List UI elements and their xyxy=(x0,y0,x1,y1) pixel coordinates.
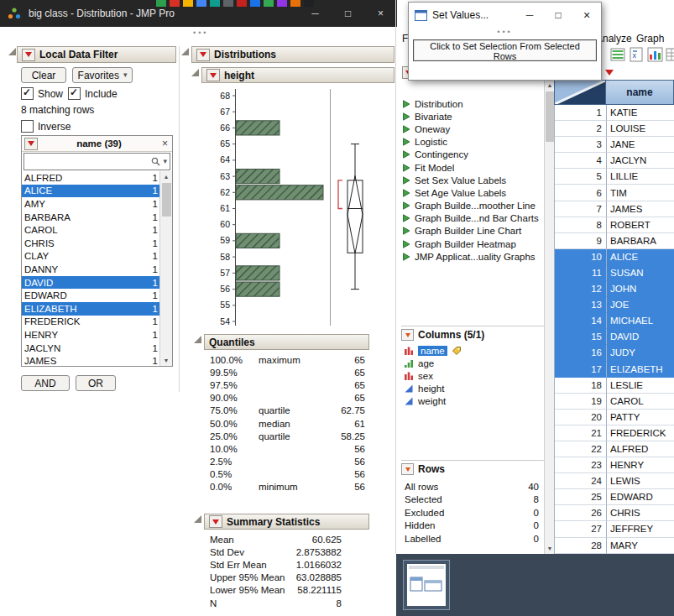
scroll-up-icon[interactable]: ▲ xyxy=(161,171,172,182)
row-number-cell[interactable]: 20 xyxy=(555,410,607,425)
filter-name-row[interactable]: DAVID1 xyxy=(22,276,159,290)
name-cell[interactable]: BARBARA xyxy=(607,233,674,249)
column-item[interactable]: height xyxy=(404,382,541,394)
row-number-cell[interactable]: 7 xyxy=(555,201,607,217)
column-item[interactable]: age xyxy=(404,357,541,369)
filter-name-row[interactable]: BARBARA1 xyxy=(22,211,159,224)
columns-panel-header[interactable]: Columns (5/1) xyxy=(401,328,484,342)
table-script-item[interactable]: Set Age Value Labels xyxy=(402,186,543,199)
name-cell[interactable]: CHRIS xyxy=(607,505,674,521)
table-row[interactable]: 18LESLIE xyxy=(555,378,674,394)
table-row[interactable]: 28MARY xyxy=(555,538,674,554)
name-cell[interactable]: KATIE xyxy=(607,105,674,121)
collapse-triangle-height[interactable] xyxy=(191,69,199,76)
filter-name-row[interactable]: JAMES1 xyxy=(22,354,159,366)
filter-name-row[interactable]: HENRY1 xyxy=(22,328,159,342)
close-button[interactable]: × xyxy=(364,0,397,27)
filter-list-scrollbar[interactable]: ▲ ▼ xyxy=(159,171,172,366)
search-options-icon[interactable]: ▾ xyxy=(163,158,167,165)
row-number-cell[interactable]: 22 xyxy=(555,441,607,457)
histogram-bar[interactable] xyxy=(236,233,280,248)
table-script-item[interactable]: Graph Builde...nd Bar Charts xyxy=(402,212,543,225)
row-number-cell[interactable]: 27 xyxy=(555,521,607,537)
name-cell[interactable]: JACLYN xyxy=(607,153,674,169)
table-row[interactable]: 6TIM xyxy=(555,185,674,201)
name-cell[interactable]: JUDY xyxy=(607,345,674,361)
row-number-cell[interactable]: 12 xyxy=(555,281,607,297)
name-cell[interactable]: CAROL xyxy=(607,394,674,410)
row-number-cell[interactable]: 26 xyxy=(555,505,607,521)
name-cell[interactable]: LOUISE xyxy=(607,121,674,137)
dialog-maximize-button[interactable]: □ xyxy=(544,3,572,28)
red-triangle-menu-filter[interactable] xyxy=(22,49,35,61)
rows-panel-header[interactable]: Rows xyxy=(401,462,445,476)
row-number-cell[interactable]: 21 xyxy=(555,425,607,441)
row-number-cell[interactable]: 24 xyxy=(555,473,607,489)
menu-overflow-dots[interactable]: ••• xyxy=(193,29,208,37)
table-row[interactable]: 1KATIE xyxy=(555,105,674,121)
name-cell[interactable]: ELIZABETH xyxy=(607,362,674,378)
row-number-cell[interactable]: 16 xyxy=(555,345,607,361)
toolbar-summary-stats-icon[interactable]: x xyxy=(629,47,645,62)
columns-menu-red-triangle-icon[interactable] xyxy=(605,70,614,76)
histogram-bar[interactable] xyxy=(236,266,280,280)
box-plot[interactable] xyxy=(347,144,363,290)
table-row[interactable]: 13JOE xyxy=(555,297,674,313)
row-number-cell[interactable]: 13 xyxy=(555,297,607,313)
histogram-bar[interactable] xyxy=(236,282,280,296)
row-number-cell[interactable]: 3 xyxy=(555,137,607,153)
histogram-bar[interactable] xyxy=(236,121,280,135)
table-row[interactable]: 27JEFFREY xyxy=(555,521,674,537)
column-item[interactable]: name xyxy=(404,344,541,357)
and-button[interactable]: AND xyxy=(21,375,70,391)
name-cell[interactable]: JAMES xyxy=(607,201,674,217)
name-cell[interactable]: ROBERT xyxy=(607,217,674,233)
row-number-cell[interactable]: 4 xyxy=(555,153,607,169)
table-row[interactable]: 2LOUISE xyxy=(555,121,674,137)
collapse-triangle-summary[interactable] xyxy=(194,515,201,523)
table-row[interactable]: 12JOHN xyxy=(555,281,674,297)
search-icon[interactable] xyxy=(151,157,160,166)
table-script-item[interactable]: Graph Builder Heatmap xyxy=(402,238,543,250)
table-row[interactable]: 5LILLIE xyxy=(555,169,674,185)
collapse-triangle-distributions[interactable] xyxy=(181,48,189,55)
table-row[interactable]: 26CHRIS xyxy=(555,505,674,521)
table-script-item[interactable]: Set Sex Value Labels xyxy=(402,174,543,186)
histogram-bar[interactable] xyxy=(236,170,280,184)
row-number-cell[interactable]: 17 xyxy=(555,362,607,378)
table-row[interactable]: 23HENRY xyxy=(555,457,674,473)
remove-filter-icon[interactable]: × xyxy=(160,138,170,149)
name-column-header[interactable]: name xyxy=(606,80,674,105)
name-cell[interactable]: ALICE xyxy=(607,249,674,265)
dialog-overflow-dots[interactable]: ••• xyxy=(409,28,601,38)
table-row[interactable]: 10ALICE xyxy=(555,249,674,265)
name-cell[interactable]: JOE xyxy=(607,297,674,313)
favorites-button[interactable]: Favorites ▾ xyxy=(72,67,133,83)
name-cell[interactable]: TIM xyxy=(607,185,674,201)
filter-name-row[interactable]: JACLYN1 xyxy=(22,342,159,355)
row-number-cell[interactable]: 25 xyxy=(555,489,607,505)
name-cell[interactable]: FREDERICK xyxy=(607,425,674,441)
table-script-item[interactable]: JMP Applicat...uality Graphs xyxy=(402,250,543,263)
toolbar-grid-icon[interactable] xyxy=(666,47,674,62)
scrollbar-thumb[interactable] xyxy=(162,183,171,217)
set-selection-from-selected-rows-button[interactable]: Click to Set Selection From Selected Row… xyxy=(413,39,597,61)
scrollbar-track[interactable] xyxy=(161,182,172,355)
row-number-cell[interactable]: 14 xyxy=(555,313,607,329)
maximize-button[interactable]: □ xyxy=(332,0,364,27)
filter-name-row[interactable]: CLAY1 xyxy=(22,250,159,264)
histogram-bar[interactable] xyxy=(236,185,323,200)
table-row[interactable]: 20PATTY xyxy=(555,410,674,425)
name-cell[interactable]: MICHAEL xyxy=(607,313,674,329)
row-number-cell[interactable]: 15 xyxy=(555,329,607,345)
name-cell[interactable]: LEWIS xyxy=(607,473,674,489)
clear-button[interactable]: Clear xyxy=(21,67,66,83)
row-number-cell[interactable]: 10 xyxy=(555,249,607,265)
red-triangle-menu-name-list[interactable] xyxy=(24,138,38,150)
filter-name-row[interactable]: EDWARD1 xyxy=(22,289,159,302)
menu-graph[interactable]: Graph xyxy=(636,33,664,44)
table-row[interactable]: 8ROBERT xyxy=(555,217,674,233)
name-cell[interactable]: PATTY xyxy=(607,410,674,425)
row-number-cell[interactable]: 2 xyxy=(555,121,607,137)
table-row[interactable]: 24LEWIS xyxy=(555,473,674,489)
